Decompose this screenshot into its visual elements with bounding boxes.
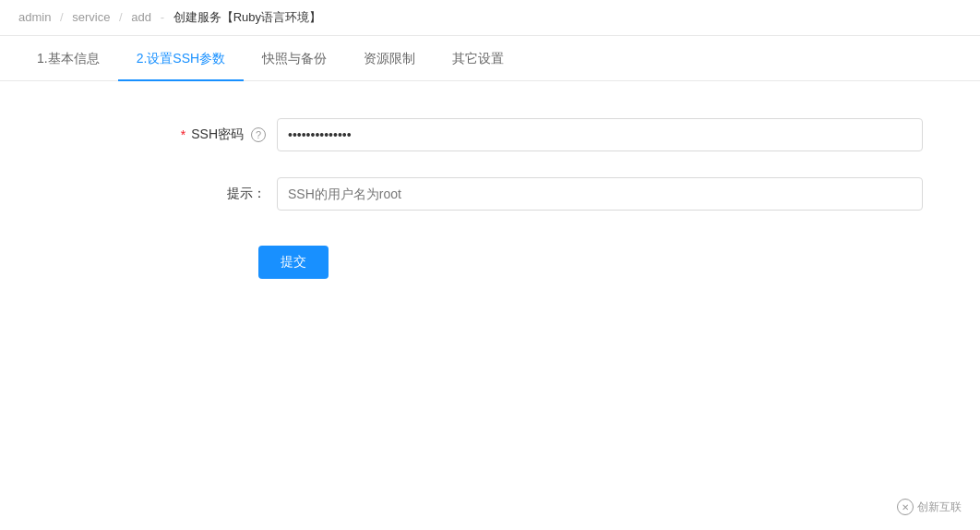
tab-bar: 1.基本信息 2.设置SSH参数 快照与备份 资源限制 其它设置 [0, 36, 980, 81]
form-area: * SSH密码 ? 提示： 提交 [0, 81, 980, 325]
submit-row: 提交 [0, 236, 980, 288]
help-icon[interactable]: ? [251, 127, 266, 142]
watermark-text: 创新互联 [917, 500, 962, 515]
breadcrumb-admin[interactable]: admin [18, 10, 51, 24]
breadcrumb-service[interactable]: service [72, 10, 110, 24]
main-content: 1.基本信息 2.设置SSH参数 快照与备份 资源限制 其它设置 * SSH密码… [0, 36, 980, 530]
hint-input[interactable] [277, 177, 923, 211]
ssh-password-label: * SSH密码 ? [18, 126, 277, 143]
tab-other[interactable]: 其它设置 [434, 36, 522, 80]
hint-label: 提示： [18, 186, 277, 202]
breadcrumb-current: 创建服务【Ruby语言环境】 [173, 10, 321, 24]
submit-button[interactable]: 提交 [258, 246, 329, 279]
watermark: ✕ 创新互联 [897, 499, 962, 515]
breadcrumb-sep-1: / [60, 10, 64, 24]
watermark-icon: ✕ [897, 499, 914, 515]
tab-resource[interactable]: 资源限制 [345, 36, 434, 80]
tab-snapshot[interactable]: 快照与备份 [244, 36, 345, 80]
required-mark: * [181, 127, 185, 142]
tab-basic[interactable]: 1.基本信息 [18, 36, 118, 80]
hint-label-text: 提示： [227, 186, 266, 202]
ssh-password-row: * SSH密码 ? [0, 118, 980, 151]
breadcrumb-sep-3: - [161, 10, 164, 24]
tab-ssh[interactable]: 2.设置SSH参数 [118, 36, 244, 80]
breadcrumb: admin / service / add - 创建服务【Ruby语言环境】 [0, 0, 980, 36]
breadcrumb-add[interactable]: add [131, 10, 151, 24]
ssh-password-input[interactable] [277, 118, 923, 151]
breadcrumb-sep-2: / [119, 10, 123, 24]
ssh-password-label-text: SSH密码 [191, 126, 244, 143]
hint-row: 提示： [0, 177, 980, 211]
